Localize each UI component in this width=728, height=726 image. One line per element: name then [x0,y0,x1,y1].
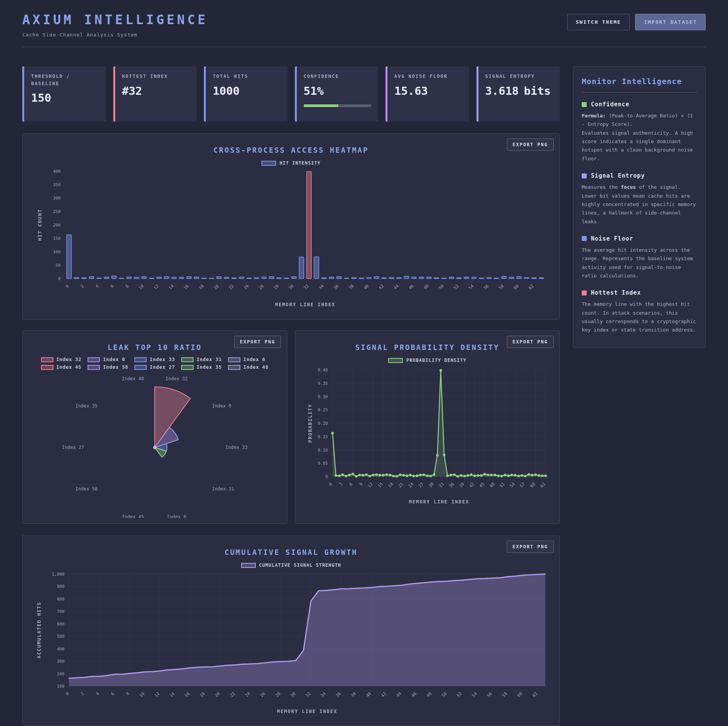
svg-text:16: 16 [183,284,190,291]
svg-text:24: 24 [243,284,250,291]
legend-label: Index 58 [103,365,128,370]
stat-card-confidence: CONFIDENCE 51% [295,66,379,122]
sidebar-section-title: Confidence [591,101,629,108]
svg-text:30: 30 [290,691,297,698]
svg-text:54: 54 [471,691,478,698]
svg-text:300: 300 [53,196,61,201]
svg-text:0: 0 [65,284,70,289]
sidebar-section-text: The average hit intensity across the ran… [582,246,697,280]
header: AXIUM INTELLIGENCE Cache Side-Channel An… [22,10,706,38]
dashboard-page: AXIUM INTELLIGENCE Cache Side-Channel An… [0,0,728,726]
svg-text:900: 900 [57,584,65,589]
svg-text:32: 32 [304,691,312,698]
svg-text:0.10: 0.10 [318,448,328,453]
svg-text:24: 24 [244,691,251,698]
svg-text:54: 54 [468,284,475,291]
svg-text:42: 42 [468,482,475,489]
polar-legend-item: Index 48 [228,365,269,370]
svg-text:22: 22 [228,284,235,291]
svg-text:26: 26 [259,691,266,698]
svg-text:15: 15 [377,482,384,489]
svg-text:46: 46 [410,691,418,698]
stat-label: AVG NOISE FLOOR [394,73,462,80]
svg-text:38: 38 [350,691,357,698]
svg-text:350: 350 [53,182,61,187]
svg-text:50: 50 [438,284,445,291]
svg-text:0: 0 [65,691,70,696]
stat-cards-row: THRESHOLD / BASELINE 150 HOTTEST INDEX #… [22,66,560,122]
legend-swatch [88,357,100,362]
stat-card-signal-entropy: SIGNAL ENTROPY 3.618 bits [477,66,560,122]
header-divider [22,47,706,47]
export-png-button[interactable]: EXPORT PNG [507,139,554,151]
legend-swatch [388,358,403,363]
svg-text:60: 60 [513,284,520,291]
svg-text:1,000: 1,000 [52,572,65,577]
import-dataset-button[interactable]: IMPORT DATASET [635,14,706,30]
svg-text:24: 24 [407,482,414,489]
svg-text:42: 42 [378,284,385,291]
confidence-progress-track [304,104,372,107]
svg-text:28: 28 [273,284,280,291]
sidebar-section-heading: Signal Entropy [582,172,697,179]
svg-text:60: 60 [529,482,536,489]
legend-swatch [228,357,240,362]
svg-text:250: 250 [53,209,61,214]
export-png-button[interactable]: EXPORT PNG [507,336,554,348]
monitor-intelligence-sidebar: Monitor Intelligence ConfidenceFormula: … [573,66,706,348]
svg-text:44: 44 [393,284,400,291]
svg-text:63: 63 [539,482,546,489]
svg-text:48: 48 [423,284,430,291]
cumulative-growth-panel: EXPORT PNG CUMULATIVE SIGNAL GROWTH CUMU… [22,535,560,726]
legend-swatch [241,563,256,568]
legend-label: Index 48 [243,365,269,370]
app-subtitle: Cache Side-Channel Analysis System [22,32,208,38]
sidebar-section-heading: Noise Floor [582,235,697,242]
stat-card-hottest-index: HOTTEST INDEX #32 [113,66,197,122]
legend-label: Index 6 [243,357,266,362]
section-color-square-icon [582,102,587,107]
svg-text:0.40: 0.40 [318,368,328,373]
main-column: THRESHOLD / BASELINE 150 HOTTEST INDEX #… [22,66,560,726]
svg-text:100: 100 [53,249,61,254]
cumulative-growth-chart: 1002003004005006007008009001,00002468101… [33,570,549,720]
svg-text:22: 22 [229,691,237,698]
polar-legend: Index 32Index 0Index 33Index 31Index 6In… [30,357,280,370]
sidebar-section-text: Formula: (Peak-to-Average Ratio) × (1 - … [582,112,697,163]
svg-text:48: 48 [425,691,433,698]
svg-text:36: 36 [335,691,342,698]
svg-text:MEMORY LINE INDEX: MEMORY LINE INDEX [277,709,338,714]
stat-value: 150 [31,92,99,104]
legend-swatch [134,365,147,370]
stat-label: CONFIDENCE [304,73,372,80]
svg-text:ACCUMULATED HITS: ACCUMULATED HITS [36,602,42,658]
legend-label: PROBABILITY DENSITY [406,358,466,363]
leak-ratio-polar-chart: Index 32Index 0Index 33Index 31Index 6In… [31,372,278,518]
svg-text:34: 34 [320,691,327,698]
switch-theme-button[interactable]: SWITCH THEME [567,14,630,30]
polar-legend-item: Index 27 [134,365,175,370]
svg-text:PROBABILITY: PROBABILITY [308,404,313,442]
stat-label: TOTAL HITS [213,73,281,80]
svg-text:27: 27 [417,482,425,489]
legend-label: Index 0 [103,357,125,362]
svg-text:30: 30 [288,284,295,291]
legend-label: Index 45 [56,365,82,370]
svg-text:600: 600 [57,622,65,627]
stat-card-threshold: THRESHOLD / BASELINE 150 [22,66,106,122]
svg-text:40: 40 [363,284,370,291]
export-png-button[interactable]: EXPORT PNG [507,541,554,553]
svg-text:MEMORY LINE INDEX: MEMORY LINE INDEX [409,499,469,505]
svg-text:26: 26 [258,284,265,291]
sidebar-section: ConfidenceFormula: (Peak-to-Average Rati… [582,101,697,163]
legend-label: Index 33 [150,357,175,362]
heatmap-panel: EXPORT PNG CROSS-PROCESS ACCESS HEATMAP … [22,133,560,320]
svg-text:34: 34 [318,284,325,291]
probability-density-panel: EXPORT PNG SIGNAL PROBABILITY DENSITY PR… [295,330,560,524]
legend-swatch [181,365,194,370]
svg-text:10: 10 [138,691,146,698]
export-png-button[interactable]: EXPORT PNG [234,336,281,348]
stat-card-noise-floor: AVG NOISE FLOOR 15.63 [386,66,469,122]
svg-text:44: 44 [395,691,403,698]
legend-label: Index 35 [197,365,222,370]
